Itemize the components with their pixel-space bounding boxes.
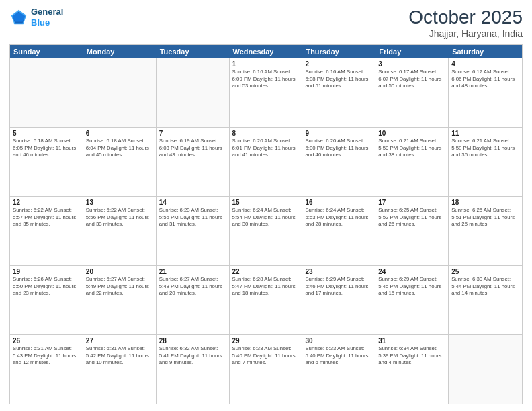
day-number: 22 (232, 268, 300, 275)
day-number: 9 (305, 130, 372, 137)
day-number: 29 (232, 337, 300, 345)
day-number: 19 (13, 268, 80, 275)
day-number: 1 (232, 60, 300, 68)
day-cell: 26Sunrise: 6:31 AM Sunset: 5:43 PM Dayli… (10, 335, 83, 404)
day-cell: 25Sunrise: 6:30 AM Sunset: 5:44 PM Dayli… (449, 266, 522, 334)
day-info: Sunrise: 6:27 AM Sunset: 5:48 PM Dayligh… (159, 276, 226, 298)
day-number: 28 (159, 337, 226, 345)
day-cell: 4Sunrise: 6:17 AM Sunset: 6:06 PM Daylig… (449, 58, 522, 127)
weeks: 1Sunrise: 6:16 AM Sunset: 6:09 PM Daylig… (10, 58, 522, 404)
day-info: Sunrise: 6:29 AM Sunset: 5:46 PM Dayligh… (305, 276, 372, 298)
day-info: Sunrise: 6:21 AM Sunset: 5:58 PM Dayligh… (451, 138, 519, 159)
logo-text: General Blue (31, 7, 63, 28)
day-header-tuesday: Tuesday (157, 45, 230, 58)
day-info: Sunrise: 6:23 AM Sunset: 5:55 PM Dayligh… (159, 207, 226, 228)
day-info: Sunrise: 6:25 AM Sunset: 5:51 PM Dayligh… (451, 207, 519, 228)
day-number: 20 (86, 268, 153, 275)
day-number: 27 (86, 337, 153, 345)
header: General Blue October 2025 Jhajjar, Harya… (9, 7, 523, 39)
day-cell: 12Sunrise: 6:22 AM Sunset: 5:57 PM Dayli… (10, 197, 83, 265)
day-cell: 7Sunrise: 6:19 AM Sunset: 6:03 PM Daylig… (157, 128, 230, 196)
day-header-thursday: Thursday (302, 45, 375, 58)
day-number: 16 (305, 199, 372, 206)
day-cell: 3Sunrise: 6:17 AM Sunset: 6:07 PM Daylig… (375, 58, 449, 127)
day-header-monday: Monday (83, 45, 157, 58)
day-number: 25 (451, 268, 519, 275)
location: Jhajjar, Haryana, India (408, 28, 523, 39)
day-number: 3 (378, 60, 445, 68)
day-cell (449, 335, 522, 404)
day-cell: 15Sunrise: 6:24 AM Sunset: 5:54 PM Dayli… (230, 197, 303, 265)
day-number: 26 (13, 337, 80, 345)
week-row: 12Sunrise: 6:22 AM Sunset: 5:57 PM Dayli… (10, 196, 522, 265)
day-number: 12 (13, 199, 80, 206)
day-info: Sunrise: 6:17 AM Sunset: 6:06 PM Dayligh… (451, 68, 519, 90)
day-cell: 13Sunrise: 6:22 AM Sunset: 5:56 PM Dayli… (83, 197, 157, 265)
day-header-sunday: Sunday (10, 45, 83, 58)
day-number: 21 (159, 268, 226, 275)
day-info: Sunrise: 6:31 AM Sunset: 5:43 PM Dayligh… (13, 345, 80, 367)
day-cell: 23Sunrise: 6:29 AM Sunset: 5:46 PM Dayli… (302, 266, 375, 334)
day-info: Sunrise: 6:24 AM Sunset: 5:54 PM Dayligh… (232, 207, 300, 228)
day-number: 2 (305, 60, 372, 68)
day-header-saturday: Saturday (449, 45, 522, 58)
day-headers: SundayMondayTuesdayWednesdayThursdayFrid… (10, 45, 522, 58)
day-info: Sunrise: 6:34 AM Sunset: 5:39 PM Dayligh… (378, 345, 445, 367)
logo: General Blue (9, 7, 63, 28)
day-cell (10, 58, 83, 127)
day-info: Sunrise: 6:31 AM Sunset: 5:42 PM Dayligh… (86, 345, 153, 367)
title-block: October 2025 Jhajjar, Haryana, India (408, 7, 523, 39)
day-number: 24 (378, 268, 445, 275)
week-row: 26Sunrise: 6:31 AM Sunset: 5:43 PM Dayli… (10, 334, 522, 404)
day-info: Sunrise: 6:17 AM Sunset: 6:07 PM Dayligh… (378, 68, 445, 90)
week-row: 1Sunrise: 6:16 AM Sunset: 6:09 PM Daylig… (10, 58, 522, 127)
day-info: Sunrise: 6:25 AM Sunset: 5:52 PM Dayligh… (378, 207, 445, 228)
day-number: 14 (159, 199, 226, 206)
day-cell: 27Sunrise: 6:31 AM Sunset: 5:42 PM Dayli… (83, 335, 157, 404)
day-number: 7 (159, 130, 226, 137)
day-info: Sunrise: 6:21 AM Sunset: 5:59 PM Dayligh… (378, 138, 445, 159)
day-cell: 16Sunrise: 6:24 AM Sunset: 5:53 PM Dayli… (302, 197, 375, 265)
day-info: Sunrise: 6:16 AM Sunset: 6:08 PM Dayligh… (305, 68, 372, 90)
page: General Blue October 2025 Jhajjar, Harya… (0, 0, 532, 411)
day-info: Sunrise: 6:29 AM Sunset: 5:45 PM Dayligh… (378, 276, 445, 298)
day-header-wednesday: Wednesday (230, 45, 303, 58)
day-info: Sunrise: 6:18 AM Sunset: 6:04 PM Dayligh… (86, 138, 153, 159)
day-header-friday: Friday (375, 45, 449, 58)
day-info: Sunrise: 6:26 AM Sunset: 5:50 PM Dayligh… (13, 276, 80, 298)
day-cell: 8Sunrise: 6:20 AM Sunset: 6:01 PM Daylig… (230, 128, 303, 196)
day-number: 15 (232, 199, 300, 206)
day-cell: 5Sunrise: 6:18 AM Sunset: 6:05 PM Daylig… (10, 128, 83, 196)
day-cell (83, 58, 157, 127)
day-cell: 1Sunrise: 6:16 AM Sunset: 6:09 PM Daylig… (230, 58, 303, 127)
day-number: 18 (451, 199, 519, 206)
day-number: 4 (451, 60, 519, 68)
day-info: Sunrise: 6:30 AM Sunset: 5:44 PM Dayligh… (451, 276, 519, 298)
day-cell: 6Sunrise: 6:18 AM Sunset: 6:04 PM Daylig… (83, 128, 157, 196)
day-info: Sunrise: 6:33 AM Sunset: 5:40 PM Dayligh… (232, 345, 300, 367)
week-row: 5Sunrise: 6:18 AM Sunset: 6:05 PM Daylig… (10, 127, 522, 196)
week-row: 19Sunrise: 6:26 AM Sunset: 5:50 PM Dayli… (10, 265, 522, 334)
month-title: October 2025 (408, 7, 523, 28)
day-cell: 9Sunrise: 6:20 AM Sunset: 6:00 PM Daylig… (302, 128, 375, 196)
day-number: 13 (86, 199, 153, 206)
day-number: 31 (378, 337, 445, 345)
day-cell (157, 58, 230, 127)
day-cell: 29Sunrise: 6:33 AM Sunset: 5:40 PM Dayli… (230, 335, 303, 404)
day-cell: 10Sunrise: 6:21 AM Sunset: 5:59 PM Dayli… (375, 128, 449, 196)
day-number: 30 (305, 337, 372, 345)
day-cell: 28Sunrise: 6:32 AM Sunset: 5:41 PM Dayli… (157, 335, 230, 404)
day-number: 5 (13, 130, 80, 137)
day-info: Sunrise: 6:24 AM Sunset: 5:53 PM Dayligh… (305, 207, 372, 228)
day-cell: 14Sunrise: 6:23 AM Sunset: 5:55 PM Dayli… (157, 197, 230, 265)
day-cell: 22Sunrise: 6:28 AM Sunset: 5:47 PM Dayli… (230, 266, 303, 334)
day-number: 17 (378, 199, 445, 206)
day-cell: 19Sunrise: 6:26 AM Sunset: 5:50 PM Dayli… (10, 266, 83, 334)
logo-line1: General (31, 7, 63, 17)
day-number: 8 (232, 130, 300, 137)
day-info: Sunrise: 6:18 AM Sunset: 6:05 PM Dayligh… (13, 138, 80, 159)
day-cell: 17Sunrise: 6:25 AM Sunset: 5:52 PM Dayli… (375, 197, 449, 265)
day-info: Sunrise: 6:20 AM Sunset: 6:01 PM Dayligh… (232, 138, 300, 159)
day-info: Sunrise: 6:22 AM Sunset: 5:57 PM Dayligh… (13, 207, 80, 228)
logo-line2: Blue (31, 17, 50, 28)
